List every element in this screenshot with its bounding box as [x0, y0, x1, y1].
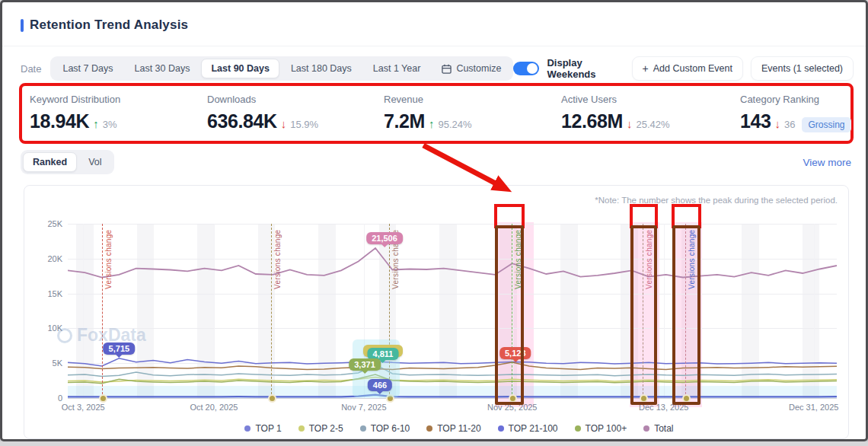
display-weekends-toggle[interactable]	[513, 62, 539, 75]
peak-label-pointer	[377, 391, 383, 394]
title-accent-bar	[21, 19, 24, 32]
versions-change-label: Versions change	[645, 230, 653, 289]
legend-item-top-11-20[interactable]: TOP 11-20	[426, 423, 480, 434]
versions-change-label: Versions change	[104, 230, 113, 289]
versions-change-label: Versions change	[273, 230, 282, 289]
x-axis-tick: Nov 7, 2025	[341, 403, 386, 412]
range-last-180-days[interactable]: Last 180 Days	[281, 59, 362, 78]
tab-ranked[interactable]: Ranked	[23, 152, 77, 172]
versions-change-line	[271, 224, 272, 398]
versions-change-dot	[268, 394, 276, 403]
up-arrow-icon: ↑	[93, 117, 99, 130]
legend-item-total[interactable]: Total	[643, 423, 673, 434]
legend-item-top-21-100[interactable]: TOP 21-100	[498, 423, 558, 434]
legend-item-top-100+[interactable]: TOP 100+	[575, 423, 627, 434]
versions-change-line	[512, 224, 512, 398]
legend-dot-icon	[498, 425, 504, 432]
metric-active-users: Active Users12.68M↓25.42%	[561, 94, 740, 141]
peak-label-5123: 5,123	[499, 347, 531, 359]
line-total	[68, 248, 837, 278]
metric-value-row: 143↓36Grossing	[740, 110, 851, 132]
display-weekends-label: Display Weekends	[547, 57, 617, 80]
legend-item-top-2-5[interactable]: TOP 2-5	[298, 423, 343, 434]
filter-row: Date Last 7 DaysLast 30 DaysLast 90 Days…	[21, 56, 854, 81]
up-arrow-icon: ↑	[429, 117, 435, 130]
header-divider	[2, 46, 866, 46]
legend-dot-icon	[298, 425, 305, 432]
legend-label: TOP 1	[255, 423, 281, 434]
down-arrow-icon: ↓	[627, 117, 633, 130]
legend-label: TOP 6-10	[371, 423, 410, 434]
y-axis-tick: 15K	[29, 289, 62, 298]
y-axis-tick: 0	[29, 393, 62, 403]
legend-label: Total	[654, 423, 673, 434]
grossing-badge: Grossing	[802, 117, 850, 132]
date-range-group: Last 7 DaysLast 30 DaysLast 90 DaysLast …	[50, 56, 513, 81]
metric-revenue: Revenue7.2M↑95.24%	[384, 94, 561, 141]
filter-right-controls: Display Weekends + Add Custom Event Even…	[513, 56, 854, 81]
legend-item-top-6-10[interactable]: TOP 6-10	[360, 423, 410, 434]
metric-value: 12.68M	[561, 110, 623, 132]
y-axis-tick: 10K	[29, 323, 62, 333]
legend-label: TOP 100+	[586, 423, 627, 434]
range-last-1-year[interactable]: Last 1 Year	[363, 59, 431, 78]
peak-label-466: 466	[368, 379, 392, 391]
metrics-summary-box: Keyword Distribution18.94K↑3%Downloads63…	[19, 83, 854, 144]
peak-label-pointer	[512, 359, 519, 362]
versions-change-dot	[682, 394, 691, 403]
chart-plot-area[interactable]: Versions changeVersions changeVersions c…	[68, 224, 837, 399]
range-last-30-days[interactable]: Last 30 Days	[124, 59, 199, 78]
versions-change-dot	[99, 394, 107, 403]
tab-vol[interactable]: Vol	[78, 152, 111, 172]
add-custom-event-label: Add Custom Event	[653, 63, 732, 74]
metric-label: Revenue	[384, 94, 561, 105]
metric-value: 18.94K	[30, 110, 89, 132]
metric-keyword-distribution: Keyword Distribution18.94K↑3%	[30, 94, 207, 141]
customize-button[interactable]: Customize	[432, 59, 511, 78]
x-axis-tick: Oct 20, 2025	[190, 403, 238, 412]
metric-value-row: 12.68M↓25.42%	[561, 110, 740, 132]
metric-value: 636.84K	[207, 110, 277, 132]
series-lines	[68, 224, 837, 398]
legend-dot-icon	[575, 425, 581, 432]
trend-chart-card: *Note: The number shows the peak during …	[24, 185, 849, 439]
metric-value-row: 7.2M↑95.24%	[384, 110, 561, 132]
versions-change-line	[685, 224, 686, 398]
versions-change-dot	[509, 394, 517, 403]
peak-label-pointer	[362, 371, 368, 374]
legend-dot-icon	[643, 425, 649, 432]
down-arrow-icon: ↓	[281, 117, 287, 130]
peak-label-5715: 5,715	[104, 342, 136, 355]
y-axis-tick: 5K	[29, 358, 62, 368]
retention-trend-analysis-page: Retention Trend Analysis Date Last 7 Day…	[0, 0, 868, 441]
range-last-7-days[interactable]: Last 7 Days	[53, 59, 123, 78]
view-more-link[interactable]: View more	[803, 157, 851, 168]
metric-value: 7.2M	[384, 110, 425, 132]
metric-value-row: 18.94K↑3%	[30, 110, 207, 132]
date-label: Date	[21, 63, 41, 75]
add-custom-event-button[interactable]: + Add Custom Event	[632, 56, 743, 81]
peak-label-pointer	[381, 244, 388, 247]
legend-dot-icon	[244, 425, 251, 432]
peak-label-pointer	[380, 360, 386, 363]
legend-item-top-1[interactable]: TOP 1	[244, 423, 281, 434]
x-axis-tick: Nov 25, 2025	[487, 403, 537, 412]
peak-label-pointer	[116, 355, 122, 358]
events-button[interactable]: Events (1 selected)	[751, 56, 854, 81]
versions-change-label: Versions change	[688, 230, 696, 289]
x-axis-tick: Oct 3, 2025	[62, 403, 105, 412]
line-top-21-100	[68, 395, 837, 397]
line-top-6-10	[68, 365, 837, 377]
chart-tab-row: RankedVol View more	[21, 150, 851, 174]
ranked-vol-group: RankedVol	[21, 150, 114, 174]
peak-label-21506: 21,506	[366, 232, 403, 244]
versions-change-line	[643, 224, 643, 398]
metric-label: Downloads	[207, 94, 384, 105]
versions-change-line	[102, 224, 103, 398]
metric-change: 36	[784, 119, 795, 130]
range-last-90-days[interactable]: Last 90 Days	[201, 59, 279, 78]
x-axis-tick: Dec 31, 2025	[789, 403, 838, 412]
chart-note: *Note: The number shows the peak during …	[595, 196, 838, 205]
line-top-100+	[68, 374, 837, 384]
metric-change: 25.42%	[637, 119, 670, 130]
